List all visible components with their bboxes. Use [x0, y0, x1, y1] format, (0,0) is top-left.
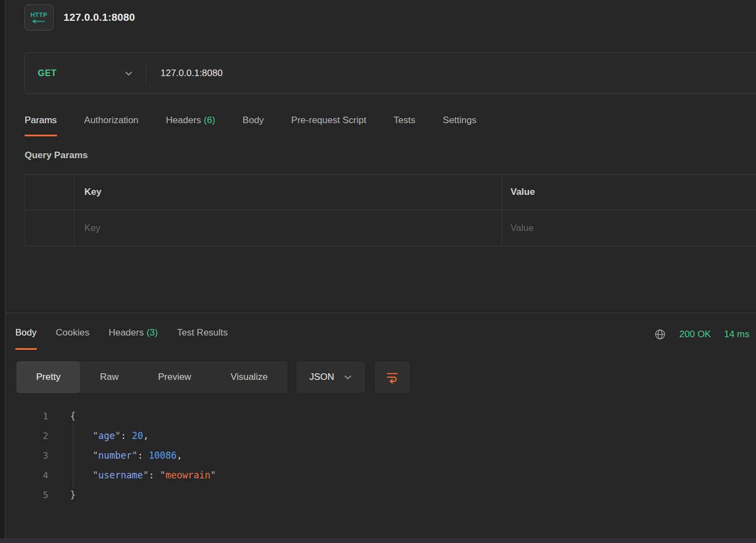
response-view-toggle: Pretty Raw Preview Visualize — [16, 361, 288, 393]
response-body-editor[interactable]: 1{2 "age": 20,3 "number": 10086,4 "usern… — [16, 406, 756, 505]
format-label: JSON — [310, 372, 334, 383]
chevron-down-icon — [344, 375, 352, 380]
view-label: Raw — [100, 372, 118, 383]
tab-headers[interactable]: Headers(6) — [166, 115, 215, 135]
code-text: "username": "meowrain" — [70, 470, 216, 481]
pane-divider[interactable] — [6, 313, 756, 313]
tab-settings[interactable]: Settings — [443, 115, 476, 135]
code-text: "age": 20, — [70, 430, 148, 441]
code-line: 5} — [16, 485, 756, 505]
tab-label: Body — [243, 115, 264, 125]
view-visualize[interactable]: Visualize — [211, 361, 288, 393]
key-column-header: Key — [75, 175, 502, 210]
tab-body[interactable]: Body — [243, 115, 264, 135]
method-dropdown[interactable]: GET — [25, 53, 146, 94]
code-line: 3 "number": 10086, — [16, 446, 756, 465]
response-meta: 200 OK 14 ms — [654, 328, 749, 340]
line-number: 4 — [16, 470, 48, 481]
tab-label: Tests — [394, 115, 416, 125]
format-dropdown[interactable]: JSON — [296, 361, 365, 393]
wrap-text-button[interactable] — [375, 361, 410, 393]
line-number: 2 — [16, 431, 48, 441]
tab-label: Settings — [443, 115, 476, 125]
tab-label: Test Results — [177, 327, 228, 338]
code-line: 4 "username": "meowrain" — [16, 465, 756, 485]
code-line: 2 "age": 20, — [16, 426, 756, 446]
tab-label: Params — [25, 115, 57, 125]
wrap-text-icon — [385, 370, 399, 384]
code-text: { — [70, 411, 76, 421]
response-view-row: Pretty Raw Preview Visualize JSON — [16, 361, 410, 393]
code-text: } — [70, 489, 76, 500]
view-pretty[interactable]: Pretty — [16, 361, 80, 393]
view-preview[interactable]: Preview — [138, 361, 210, 393]
tab-response-body[interactable]: Body — [15, 327, 37, 350]
tab-label: Headers — [108, 327, 144, 338]
http-request-icon: HTTP — [24, 4, 54, 31]
response-tabs: Body Cookies Headers(3) Test Results — [15, 327, 228, 350]
select-column-header — [25, 175, 75, 210]
tab-params[interactable]: Params — [25, 115, 57, 136]
view-label: Preview — [158, 372, 191, 383]
value-placeholder: Value — [511, 223, 534, 234]
http-badge-label: HTTP — [31, 12, 48, 18]
headers-count-badge: (6) — [204, 115, 215, 125]
query-params-title: Query Params — [25, 150, 88, 161]
url-bar: GET — [24, 53, 756, 94]
line-number: 5 — [16, 490, 48, 500]
tab-tests[interactable]: Tests — [394, 115, 416, 135]
tab-authorization[interactable]: Authorization — [84, 115, 139, 135]
tab-response-headers[interactable]: Headers(3) — [108, 327, 158, 348]
tab-cookies[interactable]: Cookies — [56, 327, 89, 348]
view-raw[interactable]: Raw — [80, 361, 138, 393]
code-lines: 1{2 "age": 20,3 "number": 10086,4 "usern… — [16, 406, 756, 505]
tab-label: Body — [15, 327, 37, 338]
tab-pre-request-script[interactable]: Pre-request Script — [291, 115, 366, 135]
code-text: "number": 10086, — [70, 450, 182, 461]
value-input-cell[interactable]: Value — [502, 210, 756, 246]
column-header-label: Value — [511, 187, 535, 198]
tab-label: Headers — [166, 115, 201, 125]
left-panel-edge — [0, 0, 5, 543]
code-line: 1{ — [16, 406, 756, 426]
key-placeholder: Key — [84, 223, 100, 234]
tab-label: Pre-request Script — [291, 115, 366, 125]
status-badge: 200 OK — [679, 329, 711, 340]
app-window: HTTP 127.0.0.1:8080 GET Params Authoriza… — [0, 0, 756, 543]
response-headers-count-badge: (3) — [146, 327, 158, 338]
view-label: Pretty — [36, 372, 60, 383]
request-tabs: Params Authorization Headers(6) Body Pre… — [25, 115, 477, 136]
globe-icon[interactable] — [654, 328, 666, 340]
method-label: GET — [38, 68, 57, 78]
row-select-cell[interactable] — [25, 210, 75, 246]
tab-test-results[interactable]: Test Results — [177, 327, 228, 348]
chevron-down-icon — [125, 71, 133, 76]
query-params-table: Key Value Key Value — [25, 174, 756, 246]
value-column-header: Value — [502, 175, 756, 210]
request-title: 127.0.0.1:8080 — [64, 11, 135, 24]
http-arrow-icon — [31, 19, 47, 24]
indent-guide — [73, 423, 73, 488]
view-label: Visualize — [231, 372, 268, 383]
line-number: 1 — [16, 411, 48, 421]
status-bar — [0, 539, 756, 543]
table-row: Key Value — [25, 210, 756, 246]
line-number: 3 — [16, 450, 48, 461]
request-header: HTTP 127.0.0.1:8080 — [24, 4, 135, 31]
response-time: 14 ms — [724, 329, 749, 340]
table-header-row: Key Value — [25, 175, 756, 210]
url-input[interactable] — [146, 53, 756, 94]
column-header-label: Key — [84, 187, 101, 198]
key-input-cell[interactable]: Key — [75, 210, 502, 246]
tab-label: Cookies — [56, 327, 89, 338]
tab-label: Authorization — [84, 115, 139, 125]
